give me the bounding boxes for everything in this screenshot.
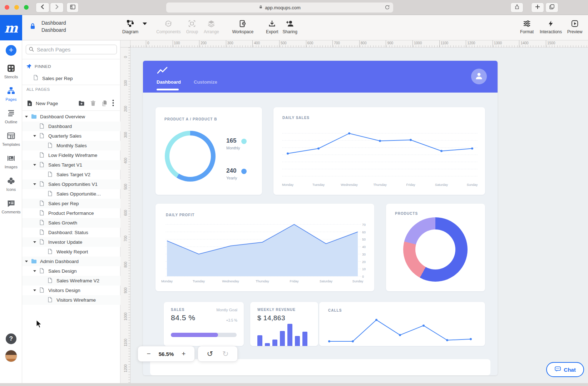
tree-item-sales-target-v2[interactable]: Sales Target V2 (22, 170, 120, 179)
sales-kpi-card[interactable]: SALES Montly Goal 84.5 % +3.5 % (164, 302, 244, 346)
weekly-revenue-card[interactable]: WEEKLY REVENUE $ 14,863 (250, 302, 318, 346)
tree-item-weekly-report[interactable]: Weekly Report (22, 247, 120, 257)
tool-format[interactable]: Format (519, 19, 535, 34)
mockup-header[interactable]: Dashboard Customize (143, 61, 498, 93)
tool-interactions[interactable]: Interactions (540, 19, 562, 34)
tree-item-admin-dashboard[interactable]: Admin Dashboard (22, 257, 120, 266)
duplicate-page-icon[interactable] (102, 100, 108, 108)
tree-item-sales-growth[interactable]: Sales Growth (22, 218, 120, 228)
tree-item-sales-opportunitie[interactable]: Sales Opportunitie… (22, 189, 120, 199)
group-icon (188, 19, 196, 28)
chat-button[interactable]: Chat (546, 362, 584, 377)
expand-caret-icon[interactable] (33, 290, 36, 291)
calls-card[interactable]: CALLS (319, 302, 485, 346)
tool-diagram[interactable]: Diagram (122, 19, 138, 34)
mockup-tab-customize[interactable]: Customize (194, 79, 217, 85)
dropdown-caret-icon[interactable] (143, 23, 147, 25)
workspace-title[interactable]: Dashboard (41, 20, 66, 26)
tool-export[interactable]: Export (264, 19, 280, 34)
vertical-ruler: 0100200300400500600700800900100011001200 (120, 48, 130, 386)
delete-page-icon[interactable] (90, 100, 96, 108)
browser-share-button[interactable] (510, 3, 523, 13)
expand-caret-icon[interactable] (33, 164, 36, 166)
tool-preview[interactable]: Preview (567, 19, 583, 34)
tree-item-quarterly-sales[interactable]: Quarterly Sales (22, 131, 120, 141)
minimize-window-button[interactable] (14, 5, 19, 10)
tree-item-sales-wireframe-v2[interactable]: Sales Wireframe V2 (22, 276, 120, 286)
sidebar-item-comments[interactable]: Comments (0, 195, 22, 218)
browser-tabs-overview-button[interactable] (545, 3, 558, 13)
page-icon (39, 268, 45, 275)
tree-item-visitors-wireframe[interactable]: Visitors Wireframe (22, 295, 120, 305)
zoom-window-button[interactable] (24, 5, 29, 10)
design-canvas[interactable]: Dashboard Customize PRODUCT A / PRODUCT … (130, 48, 588, 386)
refresh-icon[interactable] (385, 5, 390, 11)
zoom-level[interactable]: 56.5% (159, 351, 174, 357)
browser-new-tab-button[interactable] (531, 3, 544, 13)
browser-back-button[interactable] (36, 3, 49, 13)
tool-arrange[interactable]: Arrange (203, 19, 219, 34)
user-avatar[interactable] (5, 350, 17, 362)
daily-profit-card[interactable]: DAILY PROFIT MondayTuesdayWednesdayThurs… (155, 204, 374, 291)
browser-sidebar-toggle-button[interactable] (66, 3, 79, 13)
tree-item-monthly-sales[interactable]: Monthly Sales (22, 141, 120, 150)
tree-item-investor-update[interactable]: Investor Update (22, 237, 120, 247)
tool-sharing[interactable]: Sharing (282, 19, 298, 34)
tree-item-dashboard-status[interactable]: Dashboard: Status (22, 228, 120, 237)
products-card[interactable]: PRODUCTS (386, 204, 485, 291)
new-page-icon[interactable] (26, 100, 33, 108)
x-axis-label: Wednesday (220, 279, 241, 283)
expand-caret-icon[interactable] (33, 241, 36, 243)
tree-item-dashboard-overview[interactable]: Dashboard Overview (22, 112, 120, 122)
moqups-logo[interactable]: m (0, 15, 22, 40)
daily-sales-card[interactable]: DAILY SALES MondayTuesdayWednesdayThursd… (273, 107, 485, 195)
pinned-page-sales-per-rep[interactable]: Sales per Rep (22, 73, 120, 83)
search-pages-input[interactable] (26, 45, 117, 54)
new-page-button[interactable]: New Page (36, 101, 58, 106)
expand-caret-icon[interactable] (25, 261, 28, 262)
tree-item-low-fidelity-wireframe[interactable]: Low Fidelity Wireframe (22, 150, 120, 160)
tree-item-dashboard[interactable]: Dashboard (22, 122, 120, 131)
project-lock-icon[interactable] (29, 23, 36, 31)
tree-item-visitors-design[interactable]: Visitors Design (22, 286, 120, 295)
sidebar-item-outline[interactable]: Outline (0, 105, 22, 128)
help-button[interactable]: ? (6, 333, 16, 344)
tree-item-sales-per-rep[interactable]: Sales per Rep (22, 199, 120, 208)
zoom-out-button[interactable]: − (145, 350, 152, 358)
browser-chrome: app.moqups.com (0, 0, 588, 15)
product-ab-card[interactable]: PRODUCT A / PRODUCT B 165 Monthly 240 Ye… (155, 107, 262, 195)
expand-caret-icon[interactable] (25, 116, 28, 118)
tool-workspace[interactable]: Workspace (232, 19, 253, 34)
sidebar-item-pages[interactable]: Pages (0, 83, 22, 105)
mockup-page[interactable]: Dashboard Customize PRODUCT A / PRODUCT … (143, 61, 498, 375)
expand-caret-icon[interactable] (33, 183, 36, 185)
close-window-button[interactable] (5, 5, 9, 10)
tool-group[interactable]: Group (184, 19, 200, 34)
mockup-tab-dashboard[interactable]: Dashboard (157, 79, 181, 85)
tree-item-product-performance[interactable]: Product Performance (22, 208, 120, 218)
expand-caret-icon[interactable] (33, 135, 36, 137)
address-bar[interactable]: app.moqups.com (166, 3, 393, 13)
sidebar-item-stencils[interactable]: TStencils (0, 60, 22, 83)
page-title[interactable]: Dashboard (41, 27, 66, 33)
zoom-in-button[interactable]: + (180, 350, 187, 358)
tree-item-sales-design[interactable]: Sales Design (22, 266, 120, 276)
tree-item-sales-target-v1[interactable]: Sales Target V1 (22, 160, 120, 170)
ruler-label: 0 (124, 52, 128, 62)
undo-button[interactable]: ↺ (207, 350, 213, 358)
sidebar-item-icons[interactable]: Icons (0, 173, 22, 195)
add-button[interactable]: + (6, 45, 16, 56)
new-folder-icon[interactable] (78, 100, 85, 108)
sidebar-item-images[interactable]: Images (0, 150, 22, 173)
more-options-icon[interactable] (112, 99, 114, 108)
tool-components[interactable]: Components (156, 19, 181, 34)
browser-forward-button[interactable] (50, 3, 64, 13)
goal-label: Montly Goal (216, 308, 237, 312)
ruler-label: 1400 (519, 40, 528, 48)
templates-icon (7, 132, 15, 141)
sidebar-item-templates[interactable]: Templates (0, 128, 22, 150)
mockup-user-avatar[interactable] (471, 69, 487, 84)
expand-caret-icon[interactable] (33, 270, 36, 272)
tree-item-sales-opportunities-v1[interactable]: Sales Opportunities V1 (22, 179, 120, 189)
redo-button[interactable]: ↻ (222, 350, 229, 358)
